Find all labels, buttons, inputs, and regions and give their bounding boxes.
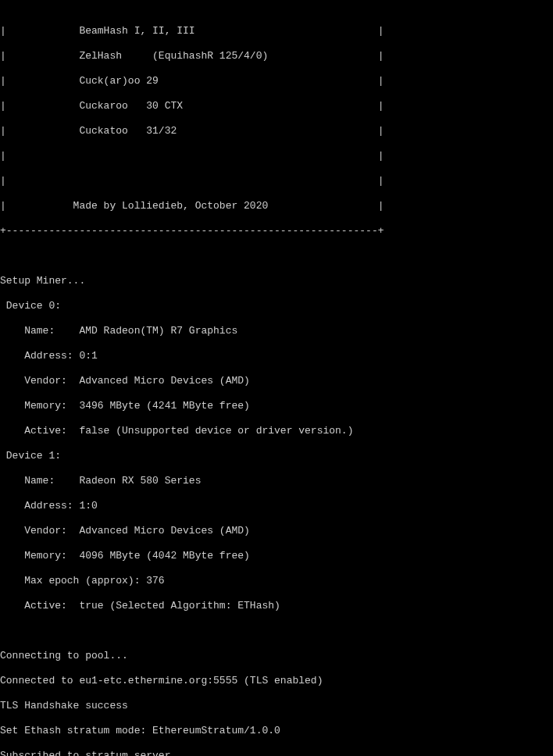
device0-active: Active: false (Unsupported device or dri… bbox=[0, 425, 553, 437]
device0-memory: Memory: 3496 MByte (4241 MByte free) bbox=[0, 400, 553, 412]
banner-line: +---------------------------------------… bbox=[0, 225, 553, 237]
banner-line: | Cuck(ar)oo 29 | bbox=[0, 75, 553, 87]
device1-memory: Memory: 4096 MByte (4042 MByte free) bbox=[0, 550, 553, 562]
banner-line: | BeamHash I, II, III | bbox=[0, 25, 553, 37]
banner-line: | Made by Lolliedieb, October 2020 | bbox=[0, 200, 553, 212]
tls-handshake: TLS Handshake success bbox=[0, 700, 553, 712]
banner-line: | Cuckaroo 30 CTX | bbox=[0, 100, 553, 112]
device1-maxepoch: Max epoch (approx): 376 bbox=[0, 575, 553, 587]
device1-address: Address: 1:0 bbox=[0, 500, 553, 512]
device0-vendor: Vendor: Advanced Micro Devices (AMD) bbox=[0, 375, 553, 387]
device1-vendor: Vendor: Advanced Micro Devices (AMD) bbox=[0, 525, 553, 537]
device1-title: Device 1: bbox=[0, 450, 553, 462]
setup-header: Setup Miner... bbox=[0, 275, 553, 287]
pool-connected: Connected to eu1-etc.ethermine.org:5555 … bbox=[0, 675, 553, 687]
stratum-subscribed: Subscribed to stratum server bbox=[0, 750, 553, 756]
device0-address: Address: 0:1 bbox=[0, 350, 553, 362]
device0-name: Name: AMD Radeon(TM) R7 Graphics bbox=[0, 325, 553, 337]
banner-line: | | bbox=[0, 175, 553, 187]
device0-title: Device 0: bbox=[0, 300, 553, 312]
pool-connecting: Connecting to pool... bbox=[0, 650, 553, 662]
banner-line: | | bbox=[0, 150, 553, 162]
banner-line: | ZelHash (EquihashR 125/4/0) | bbox=[0, 50, 553, 62]
device1-active: Active: true (Selected Algorithm: ETHash… bbox=[0, 600, 553, 612]
banner-line: | Cuckatoo 31/32 | bbox=[0, 125, 553, 137]
device1-name: Name: Radeon RX 580 Series bbox=[0, 475, 553, 487]
stratum-mode: Set Ethash stratum mode: EthereumStratum… bbox=[0, 725, 553, 737]
